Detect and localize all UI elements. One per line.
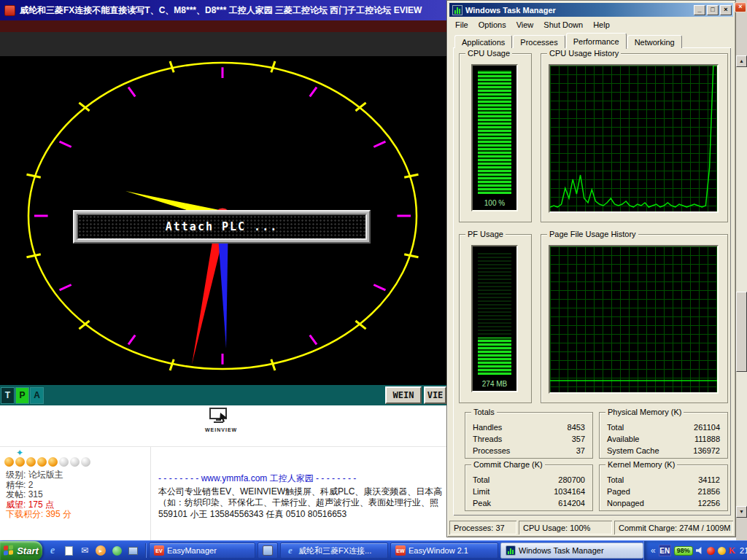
- cpu-meter-fill: [478, 70, 511, 194]
- taskbar-button-misc[interactable]: [258, 542, 278, 559]
- close-icon[interactable]: ×: [720, 5, 732, 15]
- pf-history-group: Page File Usage History: [541, 234, 728, 403]
- scrollbar-up-icon[interactable]: ▲: [736, 55, 747, 67]
- attach-plc-message: Attach PLC ...: [166, 220, 278, 233]
- signature-line: （如：纺织印染、环保化工、干燥行业、超声波行业、表面处理行业、照: [158, 497, 444, 509]
- taskbar-divider: [145, 543, 147, 558]
- task-manager-tabs: Applications Processes Performance Netwo…: [454, 32, 683, 48]
- tab-networking[interactable]: Networking: [627, 35, 682, 48]
- table-row: Available111888: [607, 433, 720, 445]
- minimize-icon[interactable]: _: [694, 5, 705, 15]
- tray-chevron-icon[interactable]: «: [651, 545, 656, 556]
- stat-posts: 发帖: 315: [6, 490, 71, 500]
- ie-icon[interactable]: e: [47, 545, 58, 556]
- taskbar-button-forum-page[interactable]: e 威纶和三菱FX连接...: [280, 542, 388, 559]
- sim-button-p[interactable]: P: [15, 387, 29, 404]
- cpu-history-graph: [549, 64, 719, 213]
- weinview-logo: WEINVIEW: [205, 408, 233, 432]
- taskbar-button-easymanager[interactable]: EV EasyManager: [149, 542, 255, 559]
- easymanager-icon: EV: [154, 545, 164, 556]
- maximize-icon[interactable]: □: [707, 5, 719, 15]
- media-player-icon[interactable]: ►: [95, 545, 107, 556]
- mail-icon[interactable]: ✉: [79, 545, 90, 556]
- easywindow-icon: EW: [395, 545, 406, 556]
- cpu-usage-label: CPU Usage: [465, 49, 512, 58]
- taskbar-button-label: EasyWindow 2.1: [409, 546, 468, 555]
- monitor-cursor-icon: [208, 408, 230, 424]
- menu-help[interactable]: Help: [588, 20, 615, 29]
- attach-plc-dialog: Attach PLC ...: [73, 210, 371, 244]
- browser-toolbar: [0, 20, 446, 32]
- member-stats: 级别: 论坛版主 精华: 2 发帖: 315 威望: 175 点 下载积分: 3…: [6, 470, 71, 520]
- document-icon[interactable]: [63, 545, 74, 556]
- cpu-usage-value: 100 %: [473, 199, 516, 207]
- alarm-icon[interactable]: [718, 547, 726, 555]
- pf-history-plot: [550, 246, 717, 392]
- menu-file[interactable]: File: [450, 20, 473, 29]
- sim-button-t[interactable]: T: [1, 387, 15, 404]
- task-manager-icon: [452, 5, 462, 15]
- kernel-memory-label: Kernel Memory (K): [605, 460, 677, 469]
- browser-title: 威纶和三菱FX连接不能直接读写T、C、M8***、D8*** 工控人家园 三菱工…: [20, 4, 422, 17]
- windows-flag-icon: [4, 545, 14, 556]
- cpu-usage-group: CPU Usage 100 %: [459, 53, 532, 222]
- scrollbar-track[interactable]: [736, 67, 747, 506]
- task-buttons: EV EasyManager e 威纶和三菱FX连接... EW EasyWin…: [149, 542, 643, 559]
- physical-memory-label: Physical Memory (K): [605, 408, 684, 416]
- easywindow-toolbar: [0, 32, 446, 57]
- scrollbar-down-icon[interactable]: ▼: [736, 506, 747, 518]
- quick-launch: e ✉ ►: [42, 545, 143, 556]
- status-processes: Processes: 37: [449, 521, 516, 534]
- scrollbar-thumb[interactable]: [736, 292, 747, 372]
- tab-processes[interactable]: Processes: [513, 35, 565, 48]
- signature-line: 559101 小王 13584556343 任真 0510 80516653: [158, 509, 444, 521]
- taskbar-button-label: Windows Task Manager: [519, 546, 604, 555]
- task-manager-title-bar[interactable]: Windows Task Manager _ □ ×: [449, 3, 733, 17]
- view-button[interactable]: VIE: [424, 386, 446, 404]
- battery-indicator[interactable]: 98%: [674, 546, 693, 556]
- cpu-history-label: CPU Usage History: [547, 49, 621, 58]
- signature-text: - - - - - - - - www.ymmfa.com 工控人家园 - - …: [158, 473, 444, 520]
- start-button[interactable]: Start: [0, 541, 42, 560]
- pf-history-label: Page File Usage History: [547, 230, 638, 238]
- menu-options[interactable]: Options: [473, 20, 511, 29]
- kernel-memory-group: Kernel Memory (K) Total34112 Paged21856 …: [599, 464, 728, 511]
- stat-download-credits: 下载积分: 395 分: [6, 510, 71, 520]
- cpu-history-group: CPU Usage History: [541, 53, 728, 222]
- medal-gold-icon: [37, 457, 47, 467]
- forum-favicon-icon: [4, 5, 15, 16]
- online-status-icon: ✦: [16, 448, 23, 458]
- status-commit-charge: Commit Charge: 274M / 1009M: [614, 521, 733, 534]
- physical-memory-group: Physical Memory (K) Total261104 Availabl…: [599, 412, 728, 459]
- table-row: Total261104: [607, 421, 720, 433]
- medal-gray-icon: [70, 457, 80, 467]
- kingsoft-icon[interactable]: K: [729, 545, 735, 556]
- antivirus-icon[interactable]: [707, 547, 715, 555]
- menu-shutdown[interactable]: Shut Down: [538, 20, 588, 29]
- task-manager-icon: [506, 545, 516, 556]
- taskbar-button-easywindow[interactable]: EW EasyWindow 2.1: [390, 542, 498, 559]
- page-background: WEINVIEW ✦ 级别: 论坛版主 精华: 2 发帖: 315 威望: 17…: [0, 405, 446, 540]
- menu-view[interactable]: View: [511, 20, 539, 29]
- taskbar: Start e ✉ ► EV EasyManager e 威纶和三菱FX连接..…: [0, 540, 747, 560]
- stat-digest: 精华: 2: [6, 481, 71, 491]
- tab-applications[interactable]: Applications: [454, 35, 512, 48]
- browser-close-icon[interactable]: ×: [735, 2, 746, 12]
- forum-post-area: ✦ 级别: 论坛版主 精华: 2 发帖: 315 威望: 175 点 下载积分:…: [0, 446, 446, 540]
- cpu-usage-meter: 100 %: [471, 64, 518, 211]
- pf-usage-group: PF Usage 274 MB: [459, 234, 532, 403]
- volume-icon[interactable]: [696, 547, 704, 555]
- table-row: Total280700: [473, 474, 585, 486]
- tab-performance[interactable]: Performance: [566, 33, 627, 49]
- sim-button-a[interactable]: A: [30, 387, 44, 404]
- show-desktop-icon[interactable]: [127, 545, 139, 556]
- pf-meter-fill: [478, 338, 511, 375]
- system-tray: « EN 98% K 21:30: [643, 541, 747, 560]
- medal-row: [4, 457, 90, 467]
- taskbar-button-task-manager[interactable]: Windows Task Manager: [500, 542, 643, 559]
- msn-icon[interactable]: [111, 545, 123, 556]
- simulator-status-bar: T P A WEIN VIE: [0, 385, 446, 405]
- table-row: Nonpaged12256: [607, 497, 720, 509]
- wein-button[interactable]: WEIN: [385, 386, 422, 404]
- language-indicator[interactable]: EN: [659, 545, 671, 556]
